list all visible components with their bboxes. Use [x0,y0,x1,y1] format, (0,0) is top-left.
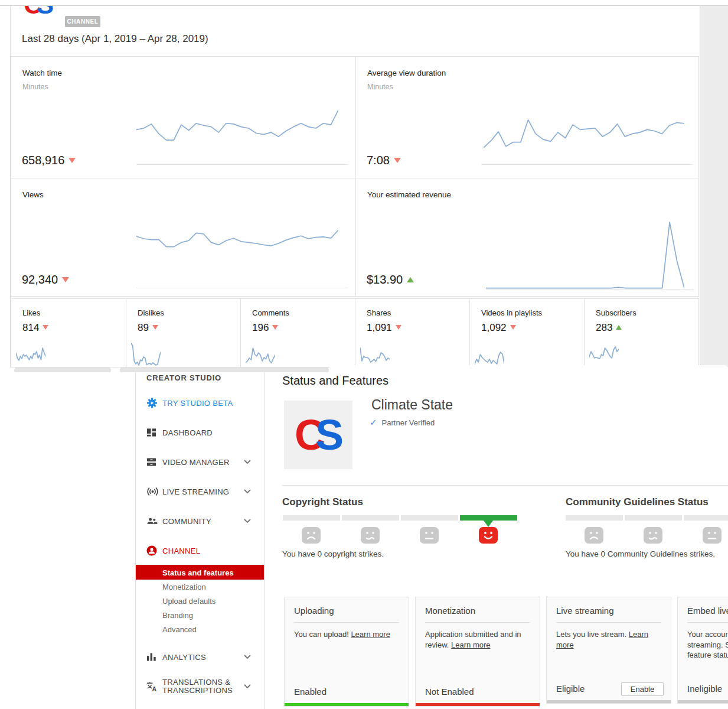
sidebar-item-analytics[interactable]: ANALYTICS [136,647,264,667]
panel-value: $13.90 [367,273,414,287]
videos-in-playlists-panel[interactable]: Videos in playlists 1,092 [469,299,584,367]
sparkline-baseline [481,164,693,165]
views-panel[interactable]: Views 92,340 [11,178,355,297]
trend-up-icon [407,277,414,282]
sidebar-item-label: ANALYTICS [162,653,206,662]
chevron-down-icon [244,655,251,659]
card-status: Ineligible [687,684,722,694]
cs-logo: CS [295,414,342,456]
trend-up-icon [616,325,622,330]
panel-subtitle: Minutes [22,83,48,91]
comments-sparkline [246,337,275,366]
trend-down-icon [272,325,278,330]
sidebar-item-label: LIVE STREAMING [162,487,229,496]
card-body: Lets you live stream. Learn more [556,629,662,650]
sparkline-baseline [136,288,348,288]
panel-subtitle: Minutes [367,83,393,91]
community-guidelines-title: Community Guidelines Status [566,496,709,508]
sidebar-item-live-streaming[interactable]: LIVE STREAMING [136,482,264,502]
date-range-label[interactable]: Last 28 days (Apr 1, 2019 – Apr 28, 2019… [22,33,208,45]
video-manager-icon [146,457,156,467]
card-status: Eligible [556,684,585,694]
live-streaming-icon [146,487,159,496]
trend-down-icon [62,277,69,282]
mini-value: 1,091 [367,322,401,334]
cs-logo: CS [24,6,48,18]
sidebar-item-channel[interactable]: CHANNEL [136,541,264,561]
gear-icon [146,398,158,409]
card-body: Your account streaming. Se feature statu… [687,629,728,661]
mini-title: Subscribers [596,308,636,317]
sidebar-item-community[interactable]: COMMUNITY [136,511,264,531]
verified-label: Partner Verified [382,418,435,427]
card-body-line: Your account [687,629,728,640]
card-divider [687,622,728,623]
analytics-mini-panels: Likes 814 Dislikes 89 Comments 196 Share… [11,298,699,367]
analytics-icon [146,652,156,662]
revenue-sparkline [486,219,684,290]
meter-segment-active [460,515,517,521]
sidebar-item-label: TRANSLATIONS &TRANSCRIPTIONS [162,678,233,695]
card-title: Embed live [687,606,728,616]
meter-segment [401,515,458,521]
channel-badge: CHANNEL [65,16,100,27]
learn-more-link[interactable]: Learn more [351,630,390,639]
meter-segment [566,515,623,521]
face-sad-icon [584,526,604,544]
card-status: Not Enabled [425,687,474,697]
check-icon: ✓ [370,417,377,427]
trend-down-icon [43,325,48,330]
mini-title: Videos in playlists [481,308,542,317]
views-sparkline [136,215,338,262]
face-neutral-icon [419,526,439,544]
copyright-strikes-text: You have 0 copyright strikes. [282,549,384,558]
card-title: Monetization [425,606,475,616]
status-bar-red [416,703,540,706]
card-status: Enabled [294,687,327,697]
sidebar-item-label: COMMUNITY [162,517,211,526]
copyright-status-title: Copyright Status [282,496,363,508]
channel-avatar-logo[interactable]: CS [24,6,61,25]
face-neutral-icon [702,526,722,544]
translations-icon: A [146,682,158,692]
mini-title: Dislikes [138,308,164,317]
section-divider [282,485,728,486]
community-strikes-text: You have 0 Community Guidelines strikes. [566,549,715,558]
sidebar-header: CREATOR STUDIO [146,373,221,382]
subscribers-panel[interactable]: Subscribers 283 [584,299,698,367]
page-title: Status and Features [282,374,389,388]
sidebar-item-video-manager[interactable]: VIDEO MANAGER [136,452,264,472]
screenshot-canvas: CS CHANNEL Last 28 days (Apr 1, 2019 – A… [0,0,728,709]
dislikes-panel[interactable]: Dislikes 89 [126,299,240,367]
mini-title: Comments [252,308,289,317]
face-meh-icon [643,526,663,544]
enable-button[interactable]: Enable [621,682,664,696]
likes-panel[interactable]: Likes 814 [11,299,126,367]
sidebar-item-translations[interactable]: A TRANSLATIONS &TRANSCRIPTIONS [136,675,264,698]
estimated-revenue-panel[interactable]: Your estimated revenue $13.90 [356,178,700,297]
sidebar-item-try-studio-beta[interactable]: TRY STUDIO BETA [136,393,264,413]
panel-value: 7:08 [367,154,401,167]
watch-time-panel[interactable]: Watch time Minutes 658,916 [11,57,355,178]
sidebar-subitem-advanced[interactable]: Advanced [162,625,197,634]
partner-verified-row: ✓Partner Verified [370,417,435,428]
mini-title: Shares [367,308,391,317]
avg-view-duration-panel[interactable]: Average view duration Minutes 7:08 [356,57,700,178]
sidebar-item-dashboard[interactable]: DASHBOARD [136,422,264,443]
channel-person-icon [146,545,157,556]
avg-view-duration-sparkline [484,93,684,163]
shares-panel[interactable]: Shares 1,091 [355,299,469,367]
learn-more-link[interactable]: Learn more [451,640,490,649]
comments-panel[interactable]: Comments 196 [240,299,355,367]
shares-sparkline [360,337,390,366]
sidebar-subitem-monetization[interactable]: Monetization [162,583,206,591]
sidebar-subitem-branding[interactable]: Branding [162,611,193,620]
card-body-line: feature status [687,650,728,661]
sidebar-subitem-upload-defaults[interactable]: Upload defaults [162,597,216,606]
trend-down-icon [510,325,516,330]
sidebar-subitem-status-and-features[interactable]: Status and features [136,565,264,580]
card-divider [425,622,530,623]
monetization-card: Monetization Application submitted and i… [415,597,540,707]
card-body-line: streaming. Se [687,640,728,651]
chevron-down-icon [244,489,251,494]
